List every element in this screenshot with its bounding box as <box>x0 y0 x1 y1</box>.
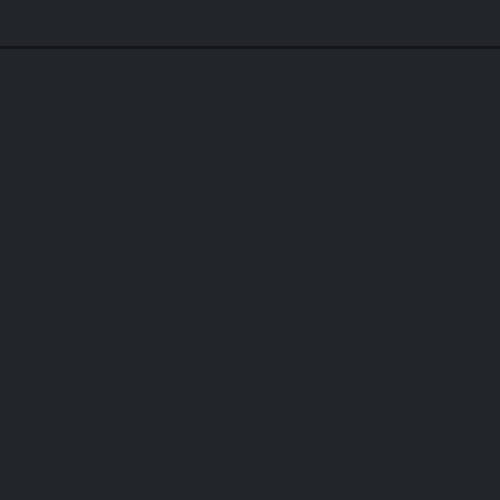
top-folders-row <box>0 28 500 46</box>
page-title <box>0 0 500 28</box>
file-grid <box>0 49 500 59</box>
